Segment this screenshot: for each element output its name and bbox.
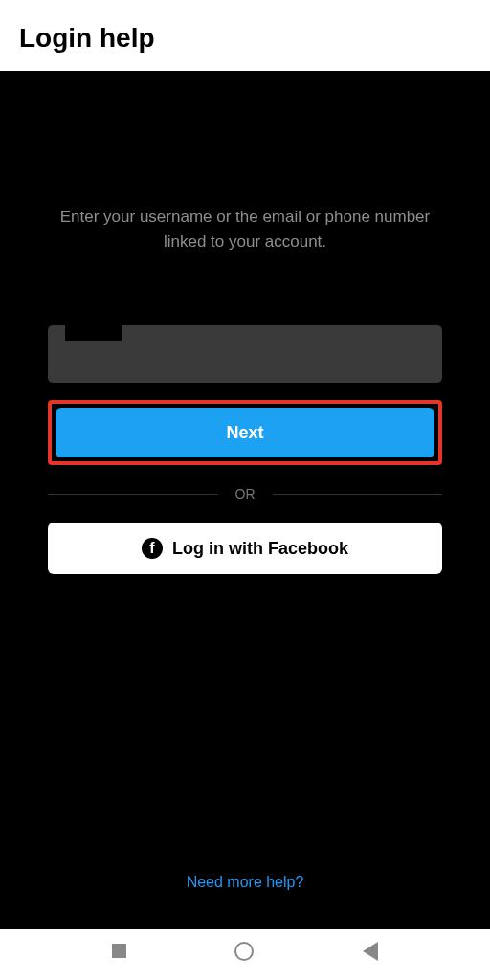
username-input[interactable] bbox=[48, 325, 442, 383]
divider-text: OR bbox=[218, 486, 273, 501]
android-nav-bar bbox=[0, 929, 490, 972]
redacted-value bbox=[65, 325, 122, 341]
divider-line-right bbox=[273, 494, 443, 495]
facebook-login-button[interactable]: f Log in with Facebook bbox=[48, 523, 442, 574]
next-button[interactable]: Next bbox=[56, 408, 434, 457]
instruction-text: Enter your username or the email or phon… bbox=[48, 205, 442, 254]
divider: OR bbox=[48, 486, 442, 501]
facebook-button-label: Log in with Facebook bbox=[172, 539, 348, 559]
page-header: Login help bbox=[0, 0, 490, 71]
next-button-highlight: Next bbox=[48, 400, 442, 465]
recent-apps-icon[interactable] bbox=[112, 944, 126, 958]
facebook-icon: f bbox=[142, 538, 163, 559]
divider-line-left bbox=[48, 494, 218, 495]
back-icon[interactable] bbox=[363, 942, 378, 961]
home-icon[interactable] bbox=[234, 942, 254, 961]
need-help-link[interactable]: Need more help? bbox=[187, 874, 304, 891]
page-title: Login help bbox=[19, 23, 471, 54]
main-content: Enter your username or the email or phon… bbox=[0, 71, 490, 929]
